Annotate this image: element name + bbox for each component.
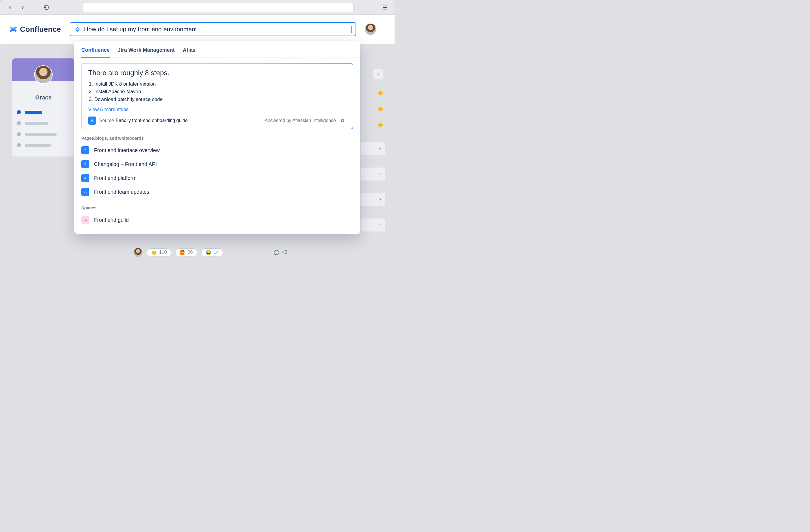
reaction-pill[interactable]: 🙋 26 [175, 248, 197, 257]
browser-forward-button[interactable] [18, 3, 28, 13]
search-result-row[interactable]: Front end team updates [74, 185, 360, 199]
ai-badge-icon [339, 117, 346, 124]
section-spaces-heading: Spaces [74, 199, 360, 213]
search-result-title: Front end platform [94, 175, 136, 181]
svg-rect-27 [84, 164, 86, 164]
ai-answer-card: There are roughly 8 steps. 1. Install JD… [81, 63, 353, 129]
star-icon[interactable]: ★ [377, 120, 384, 130]
reaction-count: 14 [214, 250, 219, 255]
svg-rect-24 [84, 150, 86, 150]
reaction-pill[interactable]: 👏 110 [147, 248, 171, 257]
chevron-right-icon [378, 223, 382, 227]
svg-rect-31 [84, 178, 86, 179]
ai-source-title[interactable]: Banc.ly front-end onboarding guide [116, 118, 188, 123]
list-row-placeholder[interactable] [360, 167, 385, 181]
app-header: Confluence [0, 15, 394, 44]
star-icon[interactable]: ★ [377, 105, 384, 114]
search-result-title: Front end guild [94, 217, 129, 223]
sidebar-item[interactable] [17, 118, 70, 129]
svg-line-7 [76, 28, 77, 29]
confluence-logo-icon [9, 25, 18, 34]
comment-icon [273, 249, 280, 255]
ai-answer-headline: There are roughly 8 steps. [88, 69, 346, 77]
page-icon [81, 160, 90, 168]
tab-confluence[interactable]: Confluence [81, 47, 110, 57]
ai-answer-steps: 1. Install JDK 8 or later version 2. Ins… [89, 80, 346, 103]
svg-line-20 [343, 121, 343, 121]
svg-rect-23 [84, 149, 86, 150]
chevron-right-icon [378, 147, 382, 151]
text-caret [351, 26, 352, 33]
collapse-toggle[interactable] [373, 69, 384, 80]
browser-reload-button[interactable] [42, 3, 51, 13]
space-icon [81, 216, 90, 224]
search-input[interactable] [84, 26, 351, 33]
svg-point-32 [84, 221, 84, 221]
svg-line-9 [76, 30, 77, 31]
svg-line-10 [78, 28, 79, 29]
profile-card: Grace [12, 58, 75, 157]
sidebar-item[interactable] [17, 107, 70, 118]
comment-count-value: 45 [282, 250, 287, 255]
svg-rect-30 [84, 178, 86, 178]
reaction-avatar [133, 248, 143, 257]
search-tabs: Confluence Jira Work Management Atlas [74, 47, 360, 58]
browser-url-bar[interactable] [83, 3, 354, 12]
search-result-row[interactable]: Front end guild [74, 213, 360, 227]
browser-back-button[interactable] [5, 3, 15, 13]
search-result-title: Front end interface overview [94, 148, 160, 153]
ai-attribution: Answered by Atlassian Intelligence [265, 118, 336, 123]
svg-line-22 [343, 120, 343, 120]
star-icon[interactable]: ★ [377, 89, 384, 98]
search-result-title: Changelog – Front end API [94, 161, 157, 167]
reaction-emoji: 😂 [206, 250, 211, 255]
ai-source-label: Source [99, 118, 114, 123]
svg-line-21 [342, 121, 342, 121]
product-name: Confluence [20, 25, 61, 34]
section-pages-heading: Pages,blogs, and whiteboards [74, 129, 360, 144]
svg-rect-12 [92, 120, 93, 120]
global-search-box[interactable] [70, 22, 356, 36]
chevron-right-icon [378, 198, 382, 201]
reaction-count: 26 [188, 250, 193, 255]
reaction-emoji: 👏 [151, 250, 157, 255]
profile-card-name: Grace [12, 94, 75, 101]
product-logo[interactable]: Confluence [9, 25, 61, 34]
search-result-row[interactable]: Front end platform [74, 171, 360, 185]
tab-atlas[interactable]: Atlas [183, 47, 196, 57]
list-row-placeholder[interactable] [360, 218, 385, 232]
svg-rect-29 [84, 177, 86, 178]
search-results-dropdown: Confluence Jira Work Management Atlas Th… [74, 41, 360, 234]
view-more-steps-link[interactable]: View 5 more steps [88, 107, 129, 113]
reaction-emoji: 🙋 [180, 250, 185, 255]
browser-toolbar [0, 0, 394, 15]
profile-avatar[interactable] [365, 23, 376, 35]
sidebar-item[interactable] [17, 140, 70, 151]
blog-icon [81, 188, 90, 196]
svg-line-19 [342, 120, 342, 120]
search-result-title: Front end team updates [94, 189, 149, 195]
comment-count[interactable]: 45 [273, 249, 287, 255]
reaction-pill[interactable]: 😂 14 [201, 248, 223, 257]
reaction-count: 110 [159, 250, 167, 255]
list-row-placeholder[interactable] [360, 193, 385, 206]
search-result-row[interactable]: Changelog – Front end API [74, 157, 360, 171]
sidebar-item[interactable] [17, 129, 70, 140]
list-row-placeholder[interactable] [360, 142, 385, 155]
reactions-bar: 👏 110 🙋 26 😂 14 45 [133, 248, 287, 257]
svg-rect-25 [84, 151, 86, 151]
chevron-right-icon [378, 172, 382, 176]
page-icon [81, 146, 90, 154]
page-icon [88, 117, 96, 124]
svg-rect-26 [84, 163, 86, 164]
browser-menu-button[interactable] [380, 3, 390, 13]
tab-jira-work-management[interactable]: Jira Work Management [118, 47, 175, 57]
search-result-row[interactable]: Front end interface overview [74, 144, 360, 157]
ai-sparkle-icon [74, 26, 81, 32]
page-icon [81, 174, 90, 182]
svg-rect-14 [92, 121, 93, 121]
profile-card-avatar [34, 65, 53, 84]
svg-line-8 [78, 30, 79, 31]
